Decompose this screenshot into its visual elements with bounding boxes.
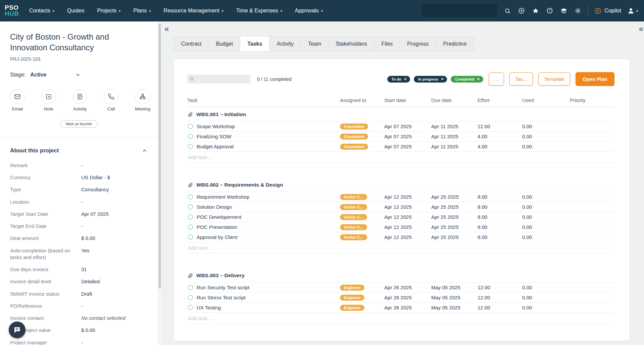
task-complete-toggle[interactable]	[188, 144, 193, 149]
task-row[interactable]: Run Security Test script Engineer Apr 26…	[187, 283, 614, 293]
tab-budget[interactable]: Budget	[208, 36, 240, 52]
task-row[interactable]: Run Stress Test script Engineer Apr 26 2…	[187, 293, 614, 303]
start-date[interactable]: Apr 26 2025	[384, 305, 431, 310]
assignee-badge[interactable]: Senior C...	[340, 224, 367, 230]
add-task-input[interactable]: Add task....	[187, 313, 614, 324]
nav-quotes[interactable]: Quotes	[67, 8, 85, 14]
activity-action-button[interactable]: Activity	[72, 89, 87, 111]
assignee-badge[interactable]: Engineer	[340, 295, 364, 301]
tab-team[interactable]: Team	[301, 36, 329, 52]
start-date[interactable]: Apr 12 2025	[384, 214, 431, 220]
due-date[interactable]: Apr 25 2025	[431, 194, 478, 200]
group-header[interactable]: WBS.001 – Initiation	[187, 107, 614, 121]
task-name[interactable]: POC Developement	[197, 214, 241, 220]
due-date[interactable]: Apr 25 2025	[431, 214, 478, 220]
task-complete-toggle[interactable]	[188, 124, 193, 129]
template-button[interactable]: Template	[538, 72, 570, 86]
task-complete-toggle[interactable]	[188, 134, 193, 139]
user-menu[interactable]: ▾	[627, 7, 638, 14]
assignee-badge[interactable]: Senior C...	[340, 214, 367, 220]
task-search-input[interactable]	[187, 75, 250, 84]
start-date[interactable]: Apr 07 2025	[384, 134, 431, 139]
task-row[interactable]: Scope Workshop Consultant Apr 07 2025 Ap…	[187, 121, 614, 132]
effort-value[interactable]: 4.00	[478, 144, 522, 149]
task-name[interactable]: UX Testing	[197, 305, 221, 310]
close-icon[interactable]: ✕	[441, 77, 444, 81]
assignee-badge[interactable]: Consultant	[340, 144, 368, 150]
scrollbar-thumb[interactable]	[158, 23, 161, 289]
effort-value[interactable]: 12.00	[478, 124, 522, 129]
mark-as-favorite-button[interactable]: Mark as favorite	[60, 120, 98, 128]
nav-resource-management[interactable]: Resource Management▾	[163, 8, 223, 14]
meeting-action-button[interactable]: Meeting	[135, 89, 150, 111]
effort-value[interactable]: 8.00	[478, 234, 522, 240]
effort-value[interactable]: 8.00	[478, 214, 522, 220]
assignee-badge[interactable]: Consultant	[340, 124, 368, 130]
assignee-badge[interactable]: Consultant	[340, 134, 368, 140]
start-date[interactable]: Apr 12 2025	[384, 204, 431, 210]
due-date[interactable]: Apr 11 2025	[431, 124, 478, 129]
nav-time-expenses[interactable]: Time & Expenses▾	[236, 8, 282, 14]
task-row[interactable]: POC Presentation Senior C... Apr 12 2025…	[187, 222, 614, 232]
psohub-logo[interactable]: PSO HUB	[5, 5, 19, 17]
effort-value[interactable]: 8.00	[478, 224, 522, 230]
start-date[interactable]: Apr 26 2025	[384, 295, 431, 300]
due-date[interactable]: Apr 25 2025	[431, 204, 478, 210]
global-search-input[interactable]	[422, 4, 497, 17]
task-row[interactable]: Budget Approval Consultant Apr 07 2025 A…	[187, 142, 614, 152]
tab-stakeholders[interactable]: Stakeholders	[328, 36, 374, 52]
due-date[interactable]: Apr 11 2025	[431, 144, 478, 149]
task-complete-toggle[interactable]	[188, 285, 193, 290]
tasks-actions-button[interactable]: Tas...	[509, 72, 533, 86]
assignee-badge[interactable]: Senior C...	[340, 204, 367, 210]
effort-value[interactable]: 12.00	[478, 305, 522, 310]
add-task-input[interactable]: Add task....	[187, 242, 614, 253]
chat-widget-button[interactable]	[9, 322, 26, 338]
task-name[interactable]: Run Stress Test script	[197, 295, 246, 300]
effort-value[interactable]: 8.00	[478, 204, 522, 210]
task-name[interactable]: Run Security Test script	[197, 285, 249, 290]
nav-contacts[interactable]: Contacts▾	[29, 8, 54, 14]
task-row[interactable]: POC Developement Senior C... Apr 12 2025…	[187, 212, 614, 222]
favorites-star-icon[interactable]	[532, 7, 540, 15]
due-date[interactable]: Apr 25 2025	[431, 224, 478, 230]
start-date[interactable]: Apr 07 2025	[384, 124, 431, 129]
tab-progress[interactable]: Progress	[400, 36, 436, 52]
task-complete-toggle[interactable]	[188, 235, 193, 240]
stage-dropdown[interactable]	[75, 72, 81, 78]
assignee-badge[interactable]: Engineer	[340, 305, 364, 311]
group-header[interactable]: WBS.003 – Delivery	[187, 268, 614, 283]
start-date[interactable]: Apr 12 2025	[384, 194, 431, 200]
effort-value[interactable]: 8.00	[478, 194, 522, 200]
task-row[interactable]: UX Testing Engineer Apr 26 2025 May 05 2…	[187, 303, 614, 313]
due-date[interactable]: May 05 2025	[431, 285, 478, 290]
start-date[interactable]: Apr 26 2025	[384, 285, 431, 290]
task-name[interactable]: Scope Workshop	[197, 124, 235, 129]
assignee-badge[interactable]: Engineer	[340, 285, 364, 291]
task-name[interactable]: POC Presentation	[197, 224, 237, 230]
add-task-input[interactable]: Add task....	[187, 152, 614, 163]
task-name[interactable]: Solution Design	[197, 204, 232, 210]
due-date[interactable]: Apr 11 2025	[431, 134, 478, 139]
task-complete-toggle[interactable]	[188, 305, 193, 310]
tab-tasks[interactable]: Tasks	[240, 36, 269, 52]
task-row[interactable]: Solution Design Senior C... Apr 12 2025 …	[187, 202, 614, 212]
close-icon[interactable]: ✕	[477, 77, 480, 81]
academy-graduation-cap-icon[interactable]	[560, 7, 568, 15]
start-date[interactable]: Apr 12 2025	[384, 234, 431, 240]
note-action-button[interactable]: Note	[41, 89, 56, 111]
task-row[interactable]: Finalizing SOW Consultant Apr 07 2025 Ap…	[187, 132, 614, 142]
task-complete-toggle[interactable]	[188, 214, 193, 219]
tab-files[interactable]: Files	[374, 36, 400, 52]
effort-value[interactable]: 4.00	[478, 134, 522, 139]
tab-predictive[interactable]: Predictive	[436, 36, 474, 52]
assignee-badge[interactable]: Senior C...	[340, 194, 367, 200]
search-icon[interactable]	[503, 7, 511, 15]
filter-chip-in-progress[interactable]: In progress✕	[414, 76, 447, 83]
group-header[interactable]: WBS.002 – Requirements & Design	[187, 178, 614, 192]
more-options-button[interactable]: ...	[489, 72, 504, 86]
sidebar-scrollbar[interactable]	[158, 21, 162, 345]
help-icon[interactable]: ?	[546, 7, 554, 15]
collapse-right-panel-icon[interactable]: «	[639, 24, 643, 34]
filter-chip-todo[interactable]: To do✕	[387, 76, 410, 83]
